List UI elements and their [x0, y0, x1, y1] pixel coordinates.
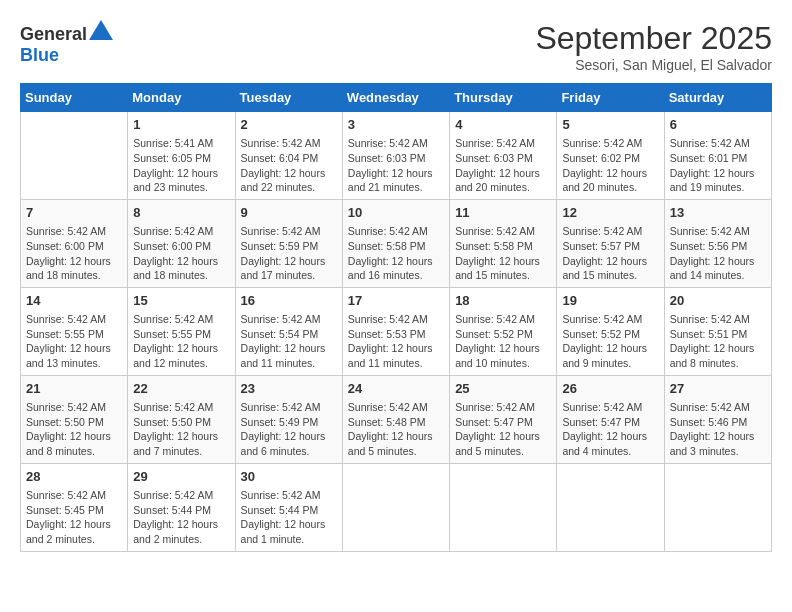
calendar-cell: 9Sunrise: 5:42 AM Sunset: 5:59 PM Daylig…	[235, 199, 342, 287]
day-number: 17	[348, 292, 444, 310]
logo: General Blue	[20, 20, 113, 66]
day-info: Sunrise: 5:42 AM Sunset: 5:56 PM Dayligh…	[670, 224, 766, 283]
calendar-cell	[21, 112, 128, 200]
calendar-week-row: 7Sunrise: 5:42 AM Sunset: 6:00 PM Daylig…	[21, 199, 772, 287]
day-info: Sunrise: 5:42 AM Sunset: 5:59 PM Dayligh…	[241, 224, 337, 283]
day-number: 26	[562, 380, 658, 398]
day-number: 6	[670, 116, 766, 134]
day-number: 8	[133, 204, 229, 222]
calendar-cell: 3Sunrise: 5:42 AM Sunset: 6:03 PM Daylig…	[342, 112, 449, 200]
day-info: Sunrise: 5:42 AM Sunset: 5:49 PM Dayligh…	[241, 400, 337, 459]
day-number: 21	[26, 380, 122, 398]
day-number: 29	[133, 468, 229, 486]
day-info: Sunrise: 5:42 AM Sunset: 6:03 PM Dayligh…	[455, 136, 551, 195]
day-info: Sunrise: 5:42 AM Sunset: 6:04 PM Dayligh…	[241, 136, 337, 195]
calendar-cell: 19Sunrise: 5:42 AM Sunset: 5:52 PM Dayli…	[557, 287, 664, 375]
calendar-header-friday: Friday	[557, 84, 664, 112]
day-info: Sunrise: 5:41 AM Sunset: 6:05 PM Dayligh…	[133, 136, 229, 195]
day-info: Sunrise: 5:42 AM Sunset: 5:50 PM Dayligh…	[26, 400, 122, 459]
day-info: Sunrise: 5:42 AM Sunset: 5:52 PM Dayligh…	[562, 312, 658, 371]
calendar-header-saturday: Saturday	[664, 84, 771, 112]
calendar-cell: 4Sunrise: 5:42 AM Sunset: 6:03 PM Daylig…	[450, 112, 557, 200]
calendar-cell: 14Sunrise: 5:42 AM Sunset: 5:55 PM Dayli…	[21, 287, 128, 375]
calendar-cell: 30Sunrise: 5:42 AM Sunset: 5:44 PM Dayli…	[235, 463, 342, 551]
calendar-cell	[664, 463, 771, 551]
calendar-cell: 15Sunrise: 5:42 AM Sunset: 5:55 PM Dayli…	[128, 287, 235, 375]
day-info: Sunrise: 5:42 AM Sunset: 5:46 PM Dayligh…	[670, 400, 766, 459]
calendar-cell: 26Sunrise: 5:42 AM Sunset: 5:47 PM Dayli…	[557, 375, 664, 463]
day-number: 16	[241, 292, 337, 310]
calendar-cell: 10Sunrise: 5:42 AM Sunset: 5:58 PM Dayli…	[342, 199, 449, 287]
day-number: 7	[26, 204, 122, 222]
day-info: Sunrise: 5:42 AM Sunset: 5:53 PM Dayligh…	[348, 312, 444, 371]
day-info: Sunrise: 5:42 AM Sunset: 5:52 PM Dayligh…	[455, 312, 551, 371]
logo-blue: Blue	[20, 45, 59, 65]
day-number: 12	[562, 204, 658, 222]
calendar-week-row: 14Sunrise: 5:42 AM Sunset: 5:55 PM Dayli…	[21, 287, 772, 375]
calendar-cell	[450, 463, 557, 551]
page-header: General Blue September 2025 Sesori, San …	[20, 20, 772, 73]
day-number: 24	[348, 380, 444, 398]
day-number: 14	[26, 292, 122, 310]
calendar-cell: 12Sunrise: 5:42 AM Sunset: 5:57 PM Dayli…	[557, 199, 664, 287]
day-info: Sunrise: 5:42 AM Sunset: 6:00 PM Dayligh…	[26, 224, 122, 283]
day-info: Sunrise: 5:42 AM Sunset: 5:47 PM Dayligh…	[562, 400, 658, 459]
day-number: 25	[455, 380, 551, 398]
day-info: Sunrise: 5:42 AM Sunset: 5:55 PM Dayligh…	[26, 312, 122, 371]
day-info: Sunrise: 5:42 AM Sunset: 5:44 PM Dayligh…	[133, 488, 229, 547]
calendar-cell: 13Sunrise: 5:42 AM Sunset: 5:56 PM Dayli…	[664, 199, 771, 287]
calendar-cell: 18Sunrise: 5:42 AM Sunset: 5:52 PM Dayli…	[450, 287, 557, 375]
day-number: 15	[133, 292, 229, 310]
day-number: 27	[670, 380, 766, 398]
calendar-cell: 28Sunrise: 5:42 AM Sunset: 5:45 PM Dayli…	[21, 463, 128, 551]
calendar-cell: 22Sunrise: 5:42 AM Sunset: 5:50 PM Dayli…	[128, 375, 235, 463]
calendar-header-thursday: Thursday	[450, 84, 557, 112]
day-info: Sunrise: 5:42 AM Sunset: 5:47 PM Dayligh…	[455, 400, 551, 459]
day-info: Sunrise: 5:42 AM Sunset: 5:58 PM Dayligh…	[455, 224, 551, 283]
calendar-header-sunday: Sunday	[21, 84, 128, 112]
calendar-week-row: 28Sunrise: 5:42 AM Sunset: 5:45 PM Dayli…	[21, 463, 772, 551]
day-number: 4	[455, 116, 551, 134]
day-info: Sunrise: 5:42 AM Sunset: 5:45 PM Dayligh…	[26, 488, 122, 547]
calendar-cell: 23Sunrise: 5:42 AM Sunset: 5:49 PM Dayli…	[235, 375, 342, 463]
day-number: 23	[241, 380, 337, 398]
day-info: Sunrise: 5:42 AM Sunset: 5:57 PM Dayligh…	[562, 224, 658, 283]
day-number: 28	[26, 468, 122, 486]
calendar-header-wednesday: Wednesday	[342, 84, 449, 112]
calendar-cell: 17Sunrise: 5:42 AM Sunset: 5:53 PM Dayli…	[342, 287, 449, 375]
calendar-cell: 7Sunrise: 5:42 AM Sunset: 6:00 PM Daylig…	[21, 199, 128, 287]
calendar-cell: 24Sunrise: 5:42 AM Sunset: 5:48 PM Dayli…	[342, 375, 449, 463]
logo-icon	[89, 20, 113, 40]
calendar-cell: 6Sunrise: 5:42 AM Sunset: 6:01 PM Daylig…	[664, 112, 771, 200]
calendar-cell: 21Sunrise: 5:42 AM Sunset: 5:50 PM Dayli…	[21, 375, 128, 463]
calendar-cell: 29Sunrise: 5:42 AM Sunset: 5:44 PM Dayli…	[128, 463, 235, 551]
calendar-header-monday: Monday	[128, 84, 235, 112]
day-number: 19	[562, 292, 658, 310]
logo-general: General	[20, 24, 87, 44]
day-info: Sunrise: 5:42 AM Sunset: 5:58 PM Dayligh…	[348, 224, 444, 283]
day-number: 22	[133, 380, 229, 398]
day-info: Sunrise: 5:42 AM Sunset: 5:55 PM Dayligh…	[133, 312, 229, 371]
calendar-cell: 11Sunrise: 5:42 AM Sunset: 5:58 PM Dayli…	[450, 199, 557, 287]
day-number: 9	[241, 204, 337, 222]
day-info: Sunrise: 5:42 AM Sunset: 5:44 PM Dayligh…	[241, 488, 337, 547]
calendar-cell	[342, 463, 449, 551]
day-number: 13	[670, 204, 766, 222]
day-number: 20	[670, 292, 766, 310]
calendar-body: 1Sunrise: 5:41 AM Sunset: 6:05 PM Daylig…	[21, 112, 772, 552]
calendar-table: SundayMondayTuesdayWednesdayThursdayFrid…	[20, 83, 772, 552]
title-block: September 2025 Sesori, San Miguel, El Sa…	[535, 20, 772, 73]
day-number: 30	[241, 468, 337, 486]
calendar-cell: 5Sunrise: 5:42 AM Sunset: 6:02 PM Daylig…	[557, 112, 664, 200]
day-number: 1	[133, 116, 229, 134]
day-number: 5	[562, 116, 658, 134]
day-info: Sunrise: 5:42 AM Sunset: 5:54 PM Dayligh…	[241, 312, 337, 371]
day-number: 11	[455, 204, 551, 222]
day-info: Sunrise: 5:42 AM Sunset: 6:03 PM Dayligh…	[348, 136, 444, 195]
calendar-week-row: 21Sunrise: 5:42 AM Sunset: 5:50 PM Dayli…	[21, 375, 772, 463]
calendar-header-tuesday: Tuesday	[235, 84, 342, 112]
day-number: 3	[348, 116, 444, 134]
calendar-cell: 2Sunrise: 5:42 AM Sunset: 6:04 PM Daylig…	[235, 112, 342, 200]
calendar-cell: 1Sunrise: 5:41 AM Sunset: 6:05 PM Daylig…	[128, 112, 235, 200]
day-info: Sunrise: 5:42 AM Sunset: 5:51 PM Dayligh…	[670, 312, 766, 371]
